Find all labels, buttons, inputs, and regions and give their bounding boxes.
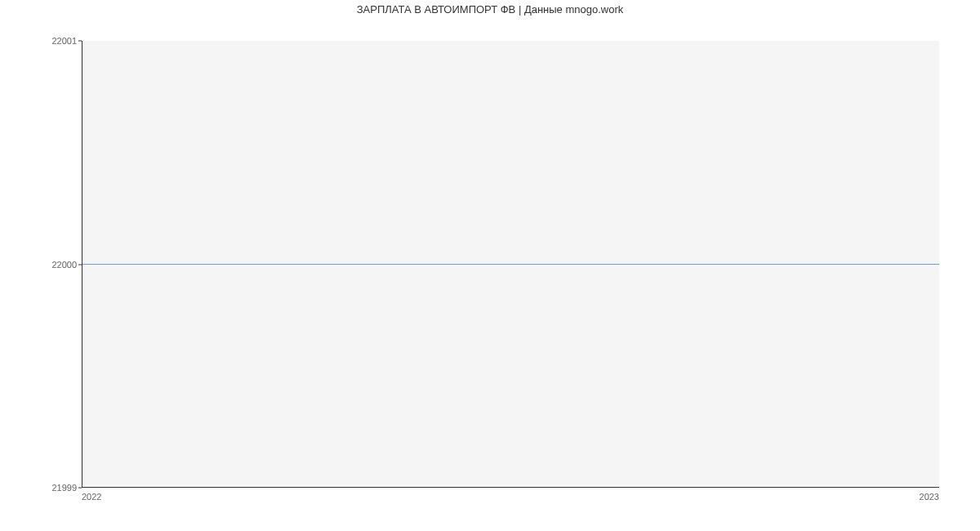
x-tick-label: 2023	[920, 492, 939, 502]
plot-area	[82, 41, 939, 488]
y-tick-label: 21999	[51, 483, 77, 493]
y-tick-label: 22000	[51, 260, 77, 270]
y-tick-label: 22001	[51, 36, 77, 46]
chart-title: ЗАРПЛАТА В АВТОИМПОРТ ФВ | Данные mnogo.…	[0, 3, 980, 16]
chart-container: ЗАРПЛАТА В АВТОИМПОРТ ФВ | Данные mnogo.…	[0, 0, 980, 531]
data-line	[82, 264, 939, 265]
x-tick-label: 2022	[82, 492, 101, 502]
